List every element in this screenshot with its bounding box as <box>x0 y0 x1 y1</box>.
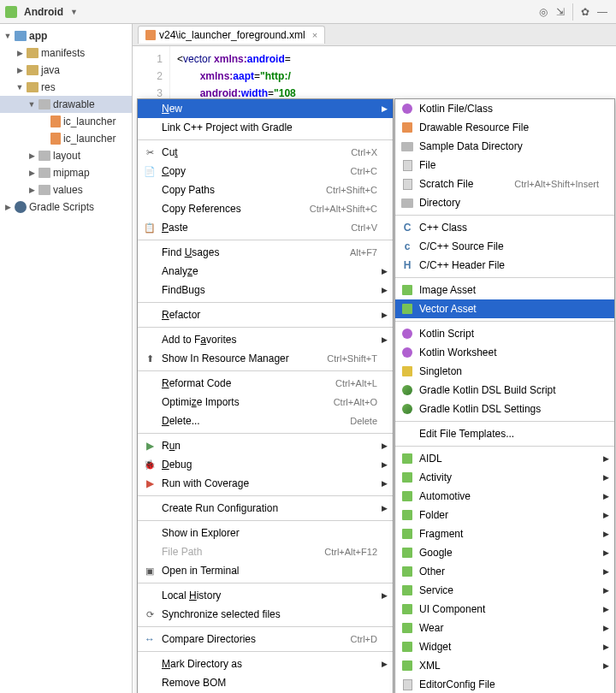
menu-item-compare-directories[interactable]: ↔Compare DirectoriesCtrl+D <box>138 630 393 649</box>
menu-item-delete[interactable]: Delete...Delete <box>138 412 393 430</box>
submenu-item-gradle-kotlin-dsl-settings[interactable]: Gradle Kotlin DSL Settings <box>395 400 614 418</box>
submenu-item-scratch-file[interactable]: Scratch FileCtrl+Alt+Shift+Insert <box>395 175 614 193</box>
submenu-item-widget[interactable]: Widget▶ <box>395 637 614 656</box>
submenu-item-c-class[interactable]: CC++ Class <box>395 218 614 237</box>
menu-item-run[interactable]: ▶Run▶ <box>138 436 393 455</box>
tree-node-ic_launcher[interactable]: ic_launcher <box>0 130 132 147</box>
tree-node-res[interactable]: ▼res <box>0 79 132 96</box>
submenu-item-edit-file-templates[interactable]: Edit File Templates... <box>395 424 614 443</box>
menu-label: AIDL <box>419 453 599 465</box>
menu-label: Show In Resource Manager <box>162 352 317 364</box>
tree-node-mipmap[interactable]: ▶mipmap <box>0 164 132 181</box>
menu-item-run-with-coverage[interactable]: ▶Run with Coverage▶ <box>138 474 393 493</box>
menu-item-optimize-imports[interactable]: Optimize ImportsCtrl+Alt+O <box>138 393 393 412</box>
menu-icon: ▣ <box>143 564 157 578</box>
tree-label: drawable <box>53 98 95 110</box>
tree-node-app[interactable]: ▼app <box>0 27 132 44</box>
close-icon[interactable]: × <box>312 30 317 40</box>
menu-item-remove-bom[interactable]: Remove BOM <box>138 673 393 692</box>
menu-label: Image Asset <box>419 284 599 296</box>
menu-item-paste[interactable]: 📋PasteCtrl+V <box>138 218 393 237</box>
submenu-item-fragment[interactable]: Fragment▶ <box>395 524 614 543</box>
menu-icon <box>143 657 157 671</box>
submenu-item-aidl[interactable]: AIDL▶ <box>395 449 614 468</box>
menu-item-link-c-project-with-gradle[interactable]: Link C++ Project with Gradle <box>138 118 393 137</box>
submenu-item-xml[interactable]: XML▶ <box>395 656 614 675</box>
submenu-item-folder[interactable]: Folder▶ <box>395 506 614 524</box>
gear-icon[interactable]: ✿ <box>577 3 594 21</box>
tree-node-gradle-scripts[interactable]: ▶Gradle Scripts <box>0 198 132 216</box>
menu-item-find-usages[interactable]: Find UsagesAlt+F7 <box>138 243 393 262</box>
menu-icon: ✂ <box>143 145 157 159</box>
menu-item-copy[interactable]: 📄CopyCtrl+C <box>138 162 393 181</box>
menu-label: Analyze <box>162 265 377 277</box>
tree-label: ic_launcher <box>63 133 116 145</box>
menu-label: Kotlin File/Class <box>419 103 599 115</box>
submenu-item-sample-data-directory[interactable]: Sample Data Directory <box>395 137 614 156</box>
editor-tab[interactable]: v24\ic_launcher_foreground.xml × <box>138 26 325 44</box>
tree-node-drawable[interactable]: ▼drawable <box>0 96 132 113</box>
expand-icon[interactable]: ⇲ <box>552 3 569 21</box>
menu-item-add-to-favorites[interactable]: Add to Favorites▶ <box>138 330 393 349</box>
submenu-item-google[interactable]: Google▶ <box>395 543 614 562</box>
submenu-item-activity[interactable]: Activity▶ <box>395 468 614 487</box>
tree-label: mipmap <box>53 167 90 179</box>
menu-item-mark-directory-as[interactable]: Mark Directory as▶ <box>138 654 393 673</box>
submenu-item-service[interactable]: Service▶ <box>395 581 614 600</box>
menu-item-open-in-terminal[interactable]: ▣Open in Terminal <box>138 561 393 580</box>
menu-item-debug[interactable]: 🐞Debug▶ <box>138 455 393 474</box>
menu-item-show-in-explorer[interactable]: Show in Explorer <box>138 524 393 542</box>
submenu-item-singleton[interactable]: Singleton <box>395 362 614 381</box>
submenu-item-kotlin-file-class[interactable]: Kotlin File/Class <box>395 99 614 118</box>
menu-item-findbugs[interactable]: FindBugs▶ <box>138 281 393 299</box>
submenu-item-kotlin-worksheet[interactable]: Kotlin Worksheet <box>395 343 614 362</box>
submenu-item-ui-component[interactable]: UI Component▶ <box>395 600 614 619</box>
target-icon[interactable]: ◎ <box>535 3 552 21</box>
submenu-item-gradle-kotlin-dsl-build-script[interactable]: Gradle Kotlin DSL Build Script <box>395 381 614 400</box>
menu-separator <box>138 327 393 328</box>
menu-item-show-in-resource-manager[interactable]: ⬆Show In Resource ManagerCtrl+Shift+T <box>138 349 393 368</box>
submenu-item-automotive[interactable]: Automotive▶ <box>395 487 614 506</box>
tree-arrow-icon: ▼ <box>3 32 12 40</box>
toolbar: Android ▼ ◎ ⇲ ✿ — <box>0 0 616 24</box>
submenu-item-kotlin-script[interactable]: Kotlin Script <box>395 324 614 343</box>
minimize-icon[interactable]: — <box>594 3 611 21</box>
submenu-item-file[interactable]: File <box>395 156 614 175</box>
menu-icon <box>400 158 414 172</box>
tree-label: res <box>41 81 56 93</box>
submenu-item-vector-asset[interactable]: Vector Asset <box>395 299 614 318</box>
menu-label: Gradle Kotlin DSL Settings <box>419 403 599 415</box>
tree-node-java[interactable]: ▶java <box>0 62 132 79</box>
menu-item-local-history[interactable]: Local History▶ <box>138 586 393 605</box>
submenu-item-drawable-resource-file[interactable]: Drawable Resource File <box>395 118 614 137</box>
submenu-item-editorconfig-file[interactable]: EditorConfig File <box>395 675 614 693</box>
menu-label: FindBugs <box>162 284 377 296</box>
menu-item-synchronize-selected-files[interactable]: ⟳Synchronize selected files <box>138 605 393 624</box>
submenu-item-directory[interactable]: Directory <box>395 193 614 212</box>
menu-item-new[interactable]: New▶ <box>138 99 393 118</box>
menu-label: Widget <box>419 641 599 653</box>
submenu-item-other[interactable]: Other▶ <box>395 562 614 581</box>
submenu-item-wear[interactable]: Wear▶ <box>395 619 614 637</box>
tree-node-layout[interactable]: ▶layout <box>0 147 132 164</box>
menu-label: Optimize Imports <box>162 396 323 408</box>
menu-icon: ⬆ <box>143 352 157 365</box>
menu-item-create-run-configuration[interactable]: Create Run Configuration▶ <box>138 499 393 518</box>
menu-icon: c <box>400 240 414 253</box>
menu-item-copy-paths[interactable]: Copy PathsCtrl+Shift+C <box>138 181 393 199</box>
menu-item-copy-references[interactable]: Copy ReferencesCtrl+Alt+Shift+C <box>138 199 393 218</box>
tree-node-ic_launcher[interactable]: ic_launcher <box>0 113 132 130</box>
menu-item-analyze[interactable]: Analyze▶ <box>138 262 393 281</box>
menu-item-cut[interactable]: ✂CutCtrl+X <box>138 143 393 162</box>
menu-label: Create Run Configuration <box>162 502 377 514</box>
submenu-item-image-asset[interactable]: Image Asset <box>395 281 614 299</box>
tree-node-manifests[interactable]: ▶manifests <box>0 44 132 62</box>
folder-icon <box>38 168 50 178</box>
submenu-item-c-c-header-file[interactable]: HC/C++ Header File <box>395 256 614 275</box>
submenu-arrow-icon: ▶ <box>382 267 388 275</box>
submenu-item-c-c-source-file[interactable]: cC/C++ Source File <box>395 237 614 256</box>
menu-item-reformat-code[interactable]: Reformat CodeCtrl+Alt+L <box>138 374 393 393</box>
menu-item-refactor[interactable]: Refactor▶ <box>138 305 393 324</box>
tree-node-values[interactable]: ▶values <box>0 181 132 198</box>
project-selector[interactable]: Android ▼ <box>5 6 78 18</box>
